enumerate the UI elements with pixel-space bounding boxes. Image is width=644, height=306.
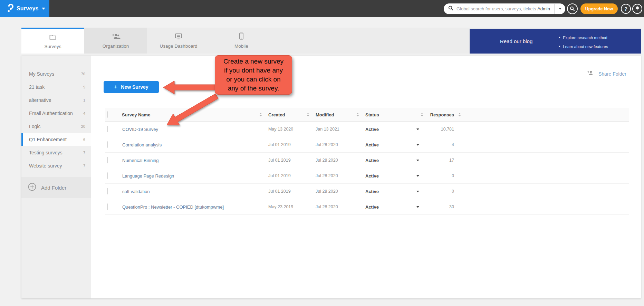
sidebar-item-testing-surveys[interactable]: Testing surveys 7 [21, 146, 91, 159]
blog-link-item[interactable]: Learn about new features [559, 42, 608, 51]
mobile-phone-icon [239, 32, 244, 41]
survey-name-link[interactable]: COVID-19 Survey [122, 127, 267, 132]
row-checkbox[interactable] [107, 172, 108, 179]
created-date: May 23 2019 [267, 204, 314, 209]
tab-label: Surveys [45, 44, 61, 49]
responses-count: 10,781 [428, 127, 454, 132]
survey-name-link[interactable]: Language Page Redesign [122, 173, 267, 179]
status-dropdown-icon[interactable] [416, 175, 419, 177]
folder-count: 9 [83, 85, 85, 89]
search-scope-selector[interactable]: Admin [537, 6, 554, 11]
module-tab-strip: Surveys Organization Usage Dashboard [21, 28, 641, 54]
responses-count: 0 [428, 189, 454, 194]
tab-surveys[interactable]: Surveys [21, 28, 84, 54]
folder-count: 20 [81, 124, 85, 128]
share-folder-button[interactable]: Share Folder [587, 70, 626, 77]
status-dropdown-icon[interactable] [416, 191, 419, 192]
responses-count: 30 [428, 204, 454, 209]
responses-count: 4 [428, 142, 454, 147]
modified-date: Jul 28 2020 [314, 173, 364, 178]
table-row: Numerical Binning Jul 01 2019 Jul 28 202… [105, 153, 629, 168]
product-switcher[interactable]: Surveys [0, 0, 49, 17]
tab-label: Mobile [234, 44, 248, 49]
add-people-icon [111, 33, 121, 41]
sort-icon[interactable] [356, 113, 359, 116]
notifications-button[interactable] [632, 4, 642, 14]
table-row: COVID-19 Survey May 13 2020 Jan 13 2021 … [105, 122, 629, 137]
table-row: QuestionPro : Newsletter - COPIED [dtuko… [105, 199, 629, 215]
sidebar-item-logic[interactable]: Logic 20 [21, 120, 91, 133]
blog-banner: Read our blog Explore research method Le… [470, 29, 641, 54]
read-our-blog-link[interactable]: Read our blog [500, 29, 532, 54]
top-bar: Surveys Admin Upgrade Now ? [0, 0, 644, 17]
questionpro-logo-icon [7, 3, 13, 14]
survey-name-link[interactable]: Numerical Binning [122, 158, 267, 163]
search-scope-dropdown[interactable] [555, 3, 565, 14]
sidebar-item-21-task[interactable]: 21 task 9 [21, 80, 91, 94]
column-header-responses: Responses [430, 112, 454, 117]
chevron-down-icon [559, 8, 561, 10]
status-dropdown-icon[interactable] [416, 206, 419, 208]
modified-date: Jul 28 2020 [314, 189, 364, 194]
row-checkbox[interactable] [107, 203, 108, 210]
sidebar-item-website-survey[interactable]: Website survey 7 [21, 159, 91, 172]
table-row: Language Page Redesign Jul 01 2019 Jul 2… [105, 168, 629, 184]
new-survey-button[interactable]: New Survey [104, 81, 159, 93]
tab-usage-dashboard[interactable]: Usage Dashboard [147, 28, 210, 54]
dashboard-icon [174, 33, 183, 41]
table-header-row: Survey Name Created Modified Status Resp… [105, 108, 629, 122]
sort-icon[interactable] [421, 113, 423, 116]
select-all-checkbox[interactable] [107, 111, 108, 118]
folder-count: 4 [83, 111, 85, 115]
modified-date: Jul 28 2020 [314, 158, 364, 163]
column-header-survey-name: Survey Name [122, 112, 150, 117]
search-button[interactable] [567, 3, 578, 14]
row-checkbox[interactable] [107, 157, 108, 163]
status-value: Active [364, 158, 407, 163]
bell-icon [635, 6, 640, 12]
created-date: Jul 01 2019 [267, 158, 314, 163]
survey-name-link[interactable]: QuestionPro : Newsletter - COPIED [dtuko… [122, 204, 267, 210]
created-date: Jul 01 2019 [267, 189, 314, 194]
sort-icon[interactable] [259, 113, 262, 116]
tab-mobile[interactable]: Mobile [210, 28, 273, 54]
folder-count: 76 [81, 72, 85, 76]
sidebar-item-q1-enhancement[interactable]: Q1 Enhancement 6 [21, 133, 91, 146]
survey-name-link[interactable]: Correlation analysis [122, 142, 267, 147]
blog-link-item[interactable]: Explore research method [559, 33, 608, 42]
modified-date: Jul 28 2020 [314, 204, 364, 209]
status-dropdown-icon[interactable] [416, 128, 419, 130]
product-name: Surveys [17, 6, 39, 12]
plus-icon [114, 84, 117, 90]
blog-links: Explore research method Learn about new … [559, 33, 608, 51]
global-search-input[interactable] [456, 6, 537, 11]
created-date: Jul 01 2019 [267, 173, 314, 178]
sort-icon[interactable] [458, 113, 461, 116]
folder-sidebar: My Surveys 76 21 task 9 alternative 1 Em… [21, 56, 91, 298]
status-value: Active [364, 173, 407, 179]
sidebar-item-alternative[interactable]: alternative 1 [21, 94, 91, 107]
tab-organization[interactable]: Organization [84, 28, 147, 54]
plus-circle-icon [28, 182, 37, 193]
add-folder-button[interactable]: Add Folder [21, 177, 91, 198]
row-checkbox[interactable] [107, 141, 108, 148]
row-checkbox[interactable] [107, 188, 108, 194]
tab-label: Organization [103, 44, 129, 49]
column-header-created: Created [268, 112, 285, 117]
column-header-modified: Modified [316, 112, 334, 117]
survey-name-link[interactable]: soft validation [122, 189, 267, 194]
sidebar-item-email-authentication[interactable]: Email Authentication 4 [21, 107, 91, 120]
status-dropdown-icon[interactable] [416, 160, 419, 161]
new-survey-label: New Survey [121, 84, 148, 90]
status-value: Active [364, 204, 407, 210]
help-button[interactable]: ? [621, 4, 631, 14]
status-dropdown-icon[interactable] [416, 144, 419, 146]
sidebar-item-my-surveys[interactable]: My Surveys 76 [21, 67, 91, 80]
share-folder-label: Share Folder [598, 71, 626, 77]
folder-count: 6 [83, 137, 85, 142]
global-search: Admin [444, 3, 565, 14]
sort-icon[interactable] [307, 113, 309, 116]
upgrade-now-button[interactable]: Upgrade Now [580, 3, 618, 14]
tab-label: Usage Dashboard [160, 44, 198, 49]
row-checkbox[interactable] [107, 126, 108, 132]
